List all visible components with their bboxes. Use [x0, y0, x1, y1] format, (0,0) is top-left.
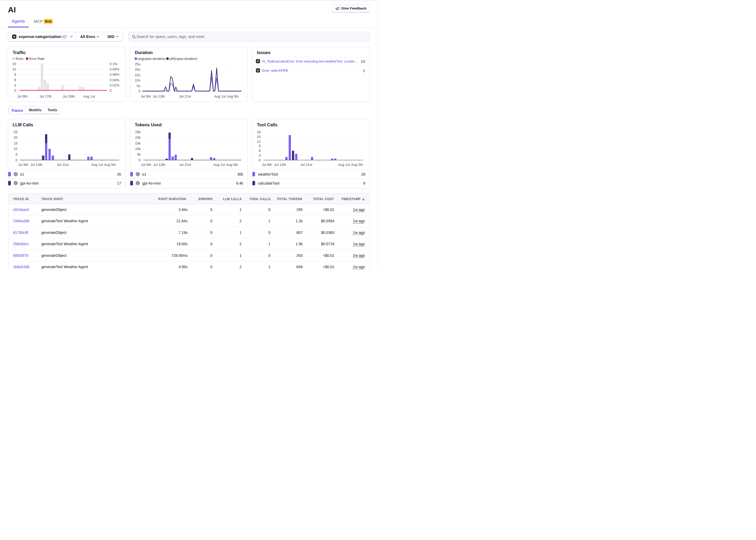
svg-text:Jul 9th: Jul 9th	[262, 163, 272, 167]
svg-text:0: 0	[16, 158, 17, 162]
svg-text:0: 0	[138, 89, 140, 93]
svg-text:Jul 9th: Jul 9th	[17, 94, 27, 98]
svg-text:3: 3	[14, 83, 16, 87]
svg-text:Aug 1st: Aug 1st	[214, 94, 226, 98]
svg-text:Aug 5th: Aug 5th	[226, 163, 238, 167]
svg-text:20k: 20k	[135, 136, 141, 139]
svg-text:0: 0	[14, 88, 16, 92]
svg-text:25s: 25s	[135, 62, 140, 66]
svg-text:5k: 5k	[137, 152, 141, 156]
svg-text:Jul 9th: Jul 9th	[141, 163, 151, 167]
svg-text:Aug 5th: Aug 5th	[351, 163, 363, 167]
svg-text:Jul 13th: Jul 13th	[30, 163, 43, 167]
svg-text:10s: 10s	[135, 78, 140, 82]
svg-text:Jul 13th: Jul 13th	[153, 94, 165, 98]
svg-text:Aug 5th: Aug 5th	[104, 163, 116, 167]
svg-text:12: 12	[257, 139, 261, 143]
svg-text:18: 18	[257, 130, 261, 134]
svg-text:25k: 25k	[135, 130, 141, 134]
svg-text:Aug 1st: Aug 1st	[213, 163, 225, 167]
svg-text:Jul 21st: Jul 21st	[300, 163, 312, 167]
svg-text:5s: 5s	[137, 84, 140, 88]
svg-text:9: 9	[14, 72, 16, 76]
svg-text:Aug 5th: Aug 5th	[227, 94, 239, 98]
svg-text:Jul 25th: Jul 25th	[63, 94, 75, 98]
svg-text:6: 6	[259, 149, 261, 153]
svg-text:p95(span.duration): p95(span.duration)	[170, 57, 197, 61]
svg-text:Error Rate: Error Rate	[29, 57, 45, 61]
svg-text:6: 6	[14, 78, 16, 82]
svg-text:0.08%: 0.08%	[110, 67, 119, 71]
svg-text:0: 0	[110, 88, 111, 92]
svg-text:0: 0	[259, 158, 261, 162]
svg-text:0: 0	[139, 158, 141, 162]
svg-text:Jul 9th: Jul 9th	[18, 163, 28, 167]
svg-text:Jul 13th: Jul 13th	[274, 163, 286, 167]
svg-text:Aug 1st: Aug 1st	[338, 163, 350, 167]
svg-text:15: 15	[257, 135, 261, 139]
svg-text:20s: 20s	[135, 68, 140, 71]
svg-text:Jul 21st: Jul 21st	[179, 94, 191, 98]
svg-text:9: 9	[259, 144, 261, 148]
svg-text:avg(span.duration): avg(span.duration)	[138, 57, 165, 61]
svg-text:15s: 15s	[135, 73, 140, 77]
svg-text:0.04%: 0.04%	[110, 78, 119, 82]
svg-text:Aug 1st: Aug 1st	[83, 94, 95, 98]
svg-text:25: 25	[14, 130, 17, 134]
svg-text:0.1%: 0.1%	[110, 62, 118, 66]
svg-text:20: 20	[14, 136, 17, 139]
svg-text:3: 3	[259, 154, 261, 157]
svg-text:0.02%: 0.02%	[110, 83, 119, 87]
svg-text:Aug 1st: Aug 1st	[91, 163, 103, 167]
svg-text:Jul 21st: Jul 21st	[179, 163, 191, 167]
svg-text:0.06%: 0.06%	[110, 72, 119, 76]
svg-text:Runs: Runs	[16, 57, 23, 61]
svg-text:10: 10	[14, 147, 17, 151]
svg-text:Jul 17th: Jul 17th	[40, 94, 52, 98]
svg-text:15k: 15k	[135, 141, 141, 145]
svg-text:Jul 13th: Jul 13th	[153, 163, 165, 167]
svg-text:5: 5	[16, 152, 17, 156]
svg-text:15: 15	[12, 62, 16, 66]
svg-text:10k: 10k	[135, 147, 141, 151]
svg-text:12: 12	[12, 67, 16, 71]
svg-text:Jul 9th: Jul 9th	[141, 94, 151, 98]
svg-text:15: 15	[14, 141, 17, 145]
svg-text:Jul 21st: Jul 21st	[57, 163, 69, 167]
